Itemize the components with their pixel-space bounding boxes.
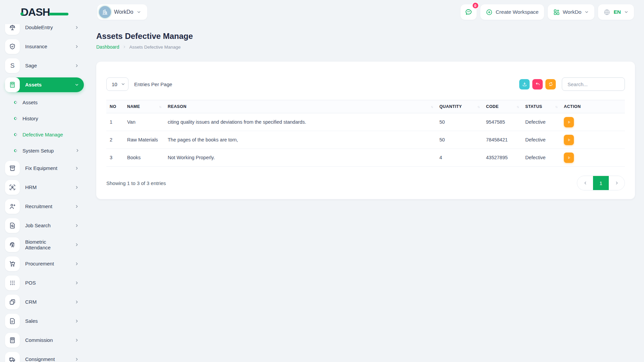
defective-assets-table: NO NAME↑↓ REASON↑↓ QUANTITY↑↓ CODE↑↓ STA…	[106, 100, 625, 167]
chevron-right-icon	[74, 300, 79, 304]
file-search-icon	[5, 218, 20, 233]
sidebar-item-label: Consignment	[25, 356, 65, 362]
column-header-name[interactable]: NAME↑↓	[124, 100, 164, 113]
page-title: Assets Defective Manage	[96, 32, 635, 41]
sidebar-item-label: Biometric Attendance	[25, 239, 65, 251]
breadcrumb-dashboard-link[interactable]: Dashboard	[96, 44, 119, 50]
undo-icon	[535, 81, 540, 87]
workspace-switcher[interactable]: WorkDo	[97, 4, 147, 20]
cell-action	[560, 113, 625, 131]
sidebar-item-procurement[interactable]: Procurement	[5, 256, 84, 271]
sidebar-item-label: Sales	[25, 318, 65, 324]
table-row: 2 Raw Materials The pages of the books a…	[106, 131, 625, 149]
refresh-button[interactable]	[545, 79, 556, 89]
chevron-down-icon	[624, 10, 629, 14]
sidebar-item-crm[interactable]: CRM	[5, 295, 84, 309]
row-action-button[interactable]	[564, 117, 574, 127]
truck-icon	[5, 352, 20, 362]
sort-icon: ↑↓	[477, 105, 479, 109]
column-header-quantity[interactable]: QUANTITY↑↓	[436, 100, 483, 113]
cell-code: 9547585	[483, 113, 522, 131]
chevron-down-icon	[137, 10, 141, 14]
column-header-status[interactable]: STATUS↑↓	[522, 100, 560, 113]
sidebar-item-biometric-attendance[interactable]: Biometric Attendance	[5, 237, 84, 252]
sidebar-subitem-system-setup[interactable]: System Setup	[5, 145, 86, 156]
cell-name: Books	[124, 149, 164, 167]
cell-status: Defective	[522, 131, 560, 149]
column-header-no: NO	[106, 100, 124, 113]
cell-name: Raw Materials	[124, 131, 164, 149]
cell-action	[560, 131, 625, 149]
sidebar-item-recruitment[interactable]: Recruitment	[5, 199, 84, 214]
sidebar-item-commission[interactable]: Commission	[5, 333, 84, 348]
table-toolbar: 10 Entries Per Page	[106, 77, 625, 91]
sidebar-subitem-assets[interactable]: Assets	[5, 97, 86, 108]
dash-logo[interactable]: DASH	[21, 6, 72, 18]
archive-box-icon	[5, 161, 20, 176]
chevron-right-icon	[74, 357, 79, 362]
breadcrumb: Dashboard Assets Defective Manage	[96, 44, 635, 50]
sidebar-item-label: Recruitment	[25, 203, 65, 209]
column-header-code[interactable]: CODE↑↓	[483, 100, 522, 113]
chevron-down-icon	[584, 10, 589, 14]
undo-button[interactable]	[532, 79, 543, 89]
row-action-button[interactable]	[564, 153, 574, 163]
search-input[interactable]	[562, 77, 625, 91]
play-icon	[567, 156, 571, 160]
language-button[interactable]: EN	[598, 4, 634, 20]
sidebar-item-label: Insurance	[25, 44, 65, 49]
sidebar-item-pos[interactable]: POS	[5, 276, 84, 290]
create-workspace-button[interactable]: Create Workspace	[480, 4, 544, 20]
document-icon	[5, 314, 20, 328]
fingerprint-icon	[5, 237, 20, 252]
sidebar-item-label: Job Search	[25, 223, 65, 228]
chevron-right-icon	[74, 223, 79, 228]
sidebar-item-assets[interactable]: Assets	[5, 77, 84, 92]
chevron-right-icon	[74, 25, 79, 30]
sidebar-item-sales[interactable]: Sales	[5, 314, 84, 328]
calculator-icon	[5, 77, 20, 92]
sidebar-item-doubleentry[interactable]: DoubleEntry	[5, 24, 84, 35]
chevron-left-icon	[583, 181, 588, 185]
messages-button[interactable]: 0	[461, 4, 477, 20]
row-action-button[interactable]	[564, 135, 574, 145]
column-header-reason[interactable]: REASON↑↓	[164, 100, 436, 113]
sidebar-item-fix-equipment[interactable]: Fix Equipment	[5, 161, 84, 176]
building-icon	[102, 9, 108, 15]
export-button[interactable]	[519, 79, 530, 89]
cell-quantity: 50	[436, 113, 483, 131]
pagination-page-1[interactable]: 1	[593, 176, 609, 190]
sidebar-item-label: Assets	[25, 82, 65, 87]
chevron-right-icon	[74, 63, 79, 68]
column-header-action: ACTION	[560, 100, 625, 113]
play-icon	[567, 120, 571, 124]
sidebar-item-consignment[interactable]: Consignment	[5, 352, 84, 362]
logo-bar-icon	[49, 13, 68, 15]
cell-no: 1	[106, 113, 124, 131]
main-content: Assets Defective Manage Dashboard Assets…	[96, 24, 635, 199]
sidebar-item-insurance[interactable]: Insurance	[5, 39, 84, 54]
workdo-menu-button[interactable]: WorkDo	[548, 4, 595, 20]
sidebar-subitem-history[interactable]: History	[5, 113, 86, 124]
grid-plus-icon	[553, 9, 560, 15]
sidebar-item-sage[interactable]: S Sage	[5, 58, 84, 73]
cell-status: Defective	[522, 113, 560, 131]
download-icon	[522, 81, 527, 87]
chevron-right-icon	[74, 44, 79, 49]
sidebar-subitem-defective-manage[interactable]: Defective Manage	[5, 129, 86, 140]
sidebar-item-job-search[interactable]: Job Search	[5, 218, 84, 233]
sage-s-icon: S	[5, 58, 20, 73]
sidebar-subitem-label: System Setup	[22, 148, 54, 154]
workspace-name: WorkDo	[114, 9, 133, 15]
cell-quantity: 4	[436, 149, 483, 167]
notification-badge: 0	[472, 2, 479, 9]
sidebar-item-hrm[interactable]: HRM	[5, 180, 84, 195]
cell-reason: The pages of the books are torn,	[164, 131, 436, 149]
entries-per-page-select[interactable]: 10	[106, 77, 128, 91]
sort-icon: ↑↓	[555, 105, 557, 109]
pagination-prev-button[interactable]	[577, 176, 593, 190]
chevron-right-icon	[74, 166, 79, 171]
pagination-next-button[interactable]	[609, 176, 625, 190]
shopping-cart-icon	[5, 256, 20, 271]
balance-scale-icon	[5, 24, 20, 35]
